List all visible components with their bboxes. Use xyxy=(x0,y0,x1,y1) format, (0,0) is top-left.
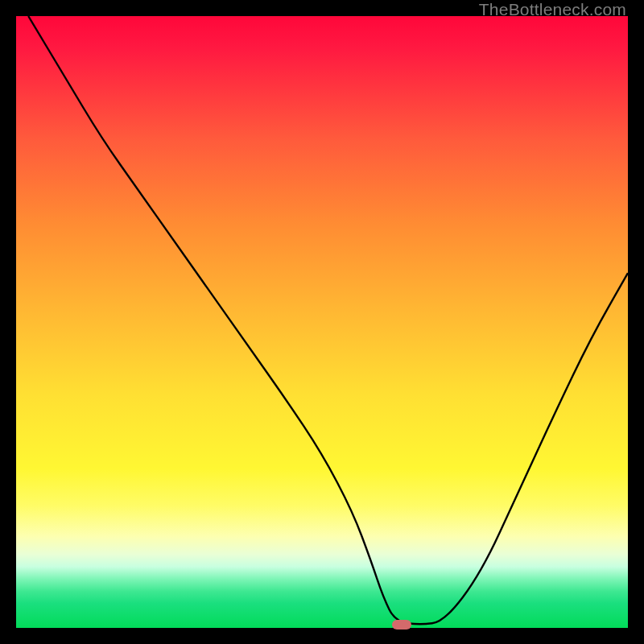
plot-area xyxy=(16,16,628,628)
watermark-text: TheBottleneck.com xyxy=(479,0,626,19)
chart-frame: TheBottleneck.com xyxy=(0,0,644,644)
bottleneck-curve-path xyxy=(28,16,628,624)
optimal-point-marker xyxy=(392,620,411,630)
curve-svg xyxy=(16,16,628,628)
